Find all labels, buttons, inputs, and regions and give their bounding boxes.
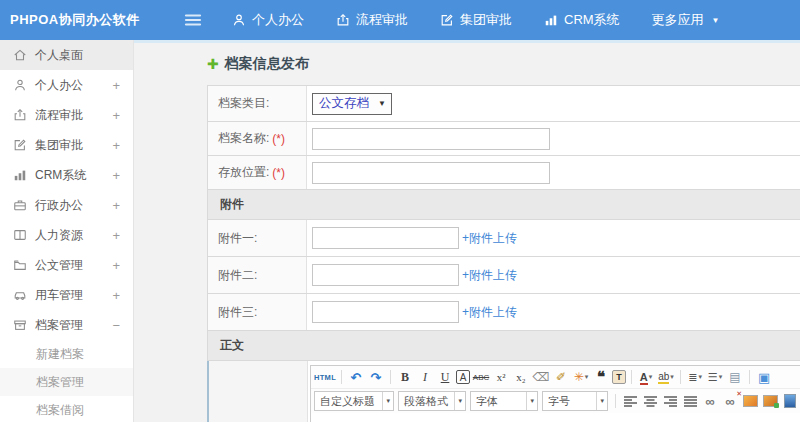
align-center-button[interactable]: [641, 392, 659, 410]
superscript-button[interactable]: x²: [492, 368, 510, 386]
category-label: 档案类目:: [208, 86, 307, 121]
expand-plus-icon[interactable]: +: [112, 229, 120, 242]
approval-share-icon: [336, 13, 350, 27]
required-marker: (*): [272, 166, 285, 180]
redo-button[interactable]: ↷: [367, 368, 385, 386]
paragraph-format-select[interactable]: 段落格式▾: [398, 391, 466, 411]
archive-box-icon: [13, 318, 27, 332]
topnav-label: CRM系统: [564, 11, 620, 29]
topnav-personal-office[interactable]: 个人办公: [232, 11, 304, 29]
media-icon: [784, 394, 796, 408]
sidebar-item-workflow-approval[interactable]: 流程审批 +: [0, 100, 133, 130]
caret-down-icon: ▾: [649, 373, 653, 381]
expand-plus-icon[interactable]: +: [112, 199, 120, 212]
insert-document-button[interactable]: ▤: [726, 368, 744, 386]
html-source-button[interactable]: HTML: [314, 368, 336, 386]
font-family-select[interactable]: 字体▾: [470, 391, 538, 411]
align-right-button[interactable]: [661, 392, 679, 410]
topnav-workflow-approval[interactable]: 流程审批: [336, 11, 408, 29]
format-painter-button[interactable]: ✐: [552, 368, 570, 386]
subscript-button[interactable]: x₂: [512, 368, 530, 386]
sidebar-subitem-archive-borrowing[interactable]: 档案借阅: [0, 396, 133, 422]
sidebar-item-label: 行政办公: [35, 197, 83, 214]
font-color-button[interactable]: A▾: [637, 368, 655, 386]
expand-plus-icon[interactable]: +: [112, 289, 120, 302]
caret-down-icon: ▾: [698, 373, 702, 381]
topnav-more-apps[interactable]: 更多应用 ▼: [652, 11, 720, 29]
ordered-list-button[interactable]: ≣▾: [686, 368, 704, 386]
bold-button[interactable]: B: [396, 368, 414, 386]
italic-button[interactable]: I: [416, 368, 434, 386]
sidebar-item-admin-office[interactable]: 行政办公 +: [0, 190, 133, 220]
custom-heading-select[interactable]: 自定义标题▾: [314, 391, 394, 411]
expand-plus-icon[interactable]: +: [112, 109, 120, 122]
fullscreen-preview-button[interactable]: ▣: [755, 368, 773, 386]
attachment-3-upload-link[interactable]: +附件上传: [462, 304, 517, 321]
unlink-button[interactable]: ∞: [721, 392, 739, 410]
insert-media-button[interactable]: [781, 392, 799, 410]
topnav-crm-system[interactable]: CRM系统: [544, 11, 620, 29]
expand-plus-icon[interactable]: +: [112, 259, 120, 272]
toolbar-separator: [631, 370, 632, 384]
sidebar-item-group-approval[interactable]: 集团审批 +: [0, 130, 133, 160]
body-editor-label-cell: [209, 361, 308, 422]
sidebar-item-personal-office[interactable]: 个人办公 +: [0, 70, 133, 100]
editor-content-area[interactable]: [311, 413, 800, 422]
select-caret-icon: ▾: [382, 392, 393, 410]
align-left-button[interactable]: [621, 392, 639, 410]
quick-typeset-button[interactable]: ✳▾: [572, 368, 590, 386]
paste-plain-text-button[interactable]: T: [612, 370, 626, 384]
sidebar-item-human-resources[interactable]: 人力资源 +: [0, 220, 133, 250]
attachment-1-input[interactable]: [312, 227, 459, 249]
attachment-3-input[interactable]: [312, 301, 459, 323]
expand-plus-icon[interactable]: +: [112, 169, 120, 182]
screenshot-button[interactable]: [761, 392, 779, 410]
user-icon: [13, 78, 27, 92]
undo-button[interactable]: ↶: [347, 368, 365, 386]
expand-plus-icon[interactable]: +: [112, 139, 120, 152]
sidebar-submenu-archive: 新建档案 档案管理 档案借阅: [0, 340, 133, 422]
archive-name-input[interactable]: [312, 128, 550, 150]
storage-location-input[interactable]: [312, 162, 550, 184]
main-content: ✚ 档案信息发布 档案类目: 公文存档 ▼: [134, 40, 800, 422]
sidebar-item-personal-desktop[interactable]: 个人桌面: [0, 40, 133, 70]
sidebar-item-crm-system[interactable]: CRM系统 +: [0, 160, 133, 190]
hamburger-menu-icon[interactable]: [184, 13, 202, 27]
archive-name-label: 档案名称: (*): [208, 122, 307, 155]
category-selected-value: 公文存档: [319, 95, 369, 112]
sidebar-item-archive-management[interactable]: 档案管理 −: [0, 310, 133, 340]
sidebar-subitem-archive-management[interactable]: 档案管理: [0, 368, 133, 396]
collapse-minus-icon[interactable]: −: [112, 319, 120, 332]
insert-image-button[interactable]: [741, 392, 759, 410]
strikethrough-button[interactable]: ABC: [472, 368, 490, 386]
sidebar-subitem-new-archive[interactable]: 新建档案: [0, 340, 133, 368]
sidebar-item-vehicle-management[interactable]: 用车管理 +: [0, 280, 133, 310]
topnav-label: 集团审批: [460, 11, 512, 29]
insert-link-button[interactable]: ∞: [701, 392, 719, 410]
app-window: PHPOA协同办公软件 个人办公 流程审批 集团审批: [0, 0, 800, 422]
autotypeset-button[interactable]: A: [456, 370, 470, 384]
page-title: ✚ 档案信息发布: [207, 55, 800, 73]
font-size-select[interactable]: 字号▾: [542, 391, 608, 411]
remove-format-eraser-button[interactable]: ⌫: [532, 368, 550, 386]
highlight-color-button[interactable]: ab▾: [657, 368, 675, 386]
attachment-1-upload-link[interactable]: +附件上传: [462, 230, 517, 247]
underline-button[interactable]: U: [436, 368, 454, 386]
unordered-list-button[interactable]: ☰▾: [706, 368, 724, 386]
document-folder-icon: [13, 258, 27, 272]
sidebar-item-document-management[interactable]: 公文管理 +: [0, 250, 133, 280]
topnav-group-approval[interactable]: 集团审批: [440, 11, 512, 29]
align-justify-button[interactable]: [681, 392, 699, 410]
sidebar-item-label: 个人办公: [35, 77, 83, 94]
sidebar-item-label: 集团审批: [35, 137, 83, 154]
expand-plus-icon[interactable]: +: [112, 79, 120, 92]
attachment-3-label: 附件三:: [208, 294, 307, 330]
category-select[interactable]: 公文存档 ▼: [312, 93, 392, 115]
sidebar-item-label: CRM系统: [35, 167, 86, 184]
attachment-2-input[interactable]: [312, 264, 459, 286]
editor-toolbar-row-2: 自定义标题▾ 段落格式▾ 字体▾ 字号▾ ∞ ∞: [311, 389, 800, 413]
attachment-2-label: 附件二:: [208, 257, 307, 293]
attachment-2-upload-link[interactable]: +附件上传: [462, 267, 517, 284]
id-card-icon: [13, 228, 27, 242]
blockquote-button[interactable]: ❝: [592, 368, 610, 386]
